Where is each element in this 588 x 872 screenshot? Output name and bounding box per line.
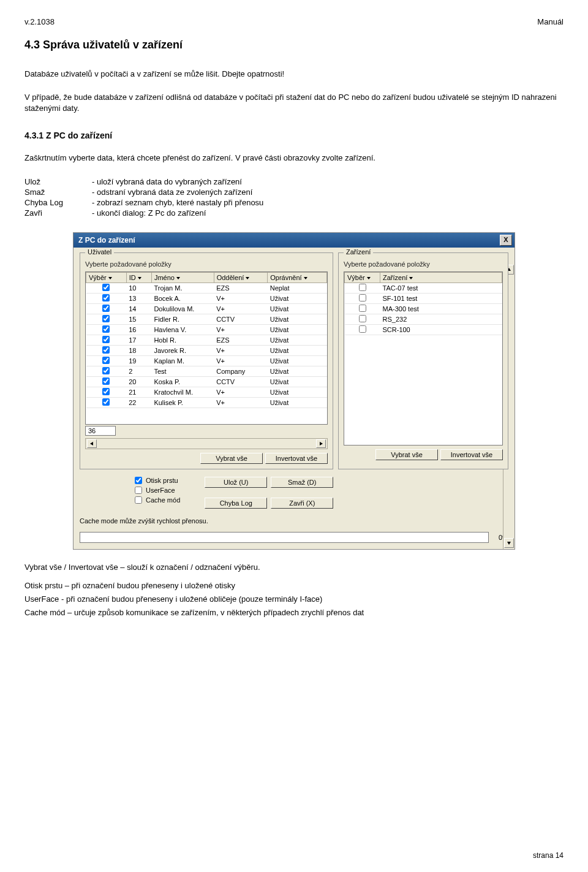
- row-checkbox[interactable]: [359, 305, 366, 312]
- subsection-title: 4.3.1 Z PC do zařízení: [24, 131, 564, 140]
- dropdown-icon[interactable]: [176, 276, 181, 281]
- page-footer: strana 14: [24, 827, 564, 860]
- paragraph-3: Zaškrtnutím vyberte data, která chcete p…: [24, 153, 564, 164]
- user-invert-all-button[interactable]: Invertovat vše: [265, 453, 328, 464]
- device-col-header[interactable]: Výběr: [345, 272, 380, 282]
- cell-dept: CCTV: [214, 314, 268, 324]
- smaz-button[interactable]: Smaž (D): [271, 477, 333, 488]
- dropdown-icon[interactable]: [303, 276, 308, 281]
- cache-mod-checkbox-row[interactable]: Cache mód: [135, 496, 180, 504]
- dropdown-icon[interactable]: [409, 276, 413, 281]
- row-checkbox[interactable]: [102, 346, 110, 354]
- cell-name: Kulisek P.: [151, 397, 214, 408]
- row-checkbox[interactable]: [102, 284, 110, 291]
- table-row[interactable]: 17Hobl R.EZSUživat: [86, 335, 327, 345]
- table-row[interactable]: TAC-07 test: [345, 282, 502, 293]
- paragraph-2: V případě, že bude databáze v zařízení o…: [24, 92, 564, 114]
- table-row[interactable]: 2TestCompanyUživat: [86, 366, 327, 376]
- dropdown-icon[interactable]: [108, 276, 113, 281]
- row-checkbox[interactable]: [102, 398, 110, 406]
- otisk-prstu-checkbox[interactable]: [135, 477, 142, 484]
- table-row[interactable]: 21Kratochvil M.V+Uživat: [86, 387, 327, 397]
- cell-name: Test: [151, 366, 214, 376]
- table-row[interactable]: 14Dokulilova M.V+Uživat: [86, 303, 327, 314]
- user-col-header[interactable]: Jméno: [151, 272, 214, 282]
- cache-mod-checkbox[interactable]: [135, 496, 142, 504]
- cell-id: 17: [126, 335, 151, 345]
- dropdown-icon[interactable]: [366, 276, 371, 281]
- cell-dept: V+: [214, 303, 268, 314]
- user-col-header[interactable]: Oddělení: [214, 272, 268, 282]
- table-row[interactable]: 19Kaplan M.V+Uživat: [86, 355, 327, 366]
- cell-dept: CCTV: [214, 376, 268, 387]
- table-row[interactable]: 15Fidler R.CCTVUživat: [86, 314, 327, 324]
- table-row[interactable]: SF-101 test: [345, 293, 502, 303]
- device-table: VýběrZařízeníTAC-07 testSF-101 testMA-30…: [344, 272, 502, 335]
- cell-name: Kratochvil M.: [151, 387, 214, 397]
- table-row[interactable]: 22Kulisek P.V+Uživat: [86, 397, 327, 408]
- table-row[interactable]: 18Javorek R.V+Uživat: [86, 345, 327, 355]
- cache-mod-label: Cache mód: [146, 496, 180, 504]
- cell-perm: Uživat: [268, 303, 327, 314]
- after-para-4: Cache mód – určuje způsob komunikace se …: [24, 607, 564, 618]
- table-row[interactable]: 20Koska P.CCTVUživat: [86, 376, 327, 387]
- uloz-button[interactable]: Ulož (U): [205, 477, 267, 488]
- zavri-button[interactable]: Zavři (X): [271, 498, 333, 509]
- row-checkbox[interactable]: [102, 388, 110, 395]
- dialog-window: Z PC do zařízení X Uživatel Vyberte poža…: [73, 232, 515, 550]
- progress-bar: [80, 532, 489, 543]
- cell-device: TAC-07 test: [380, 282, 502, 293]
- row-checkbox[interactable]: [102, 377, 110, 385]
- table-row[interactable]: 13Bocek A.V+Uživat: [86, 293, 327, 303]
- row-checkbox[interactable]: [102, 294, 110, 301]
- user-col-header[interactable]: Oprávnění: [268, 272, 327, 282]
- row-checkbox[interactable]: [102, 357, 110, 364]
- cell-dept: Company: [214, 366, 268, 376]
- user-table: VýběrIDJménoOdděleníOprávnění10Trojan M.…: [86, 272, 327, 408]
- cell-id: 13: [126, 293, 151, 303]
- row-checkbox[interactable]: [102, 315, 110, 322]
- cell-name: Hobl R.: [151, 335, 214, 345]
- cell-id: 21: [126, 387, 151, 397]
- scroll-down-icon[interactable]: [504, 538, 514, 548]
- close-button[interactable]: X: [500, 235, 512, 246]
- device-hint: Vyberte požadované položky: [344, 260, 503, 268]
- row-checkbox[interactable]: [102, 325, 110, 333]
- row-checkbox[interactable]: [359, 284, 366, 291]
- scroll-right-icon[interactable]: [316, 439, 326, 448]
- device-select-all-button[interactable]: Vybrat vše: [375, 449, 438, 460]
- cell-perm: Uživat: [268, 376, 327, 387]
- chyba-log-button[interactable]: Chyba Log: [205, 498, 267, 509]
- dropdown-icon[interactable]: [245, 276, 250, 281]
- user-horizontal-scrollbar[interactable]: [85, 438, 328, 449]
- device-invert-all-button[interactable]: Invertovat vše: [440, 449, 503, 460]
- scroll-left-icon[interactable]: [87, 439, 97, 448]
- cell-name: Javorek R.: [151, 345, 214, 355]
- otisk-prstu-checkbox-row[interactable]: Otisk prstu: [135, 477, 180, 484]
- cell-perm: Uživat: [268, 366, 327, 376]
- table-row[interactable]: 10Trojan M.EZSNeplat: [86, 282, 327, 293]
- row-checkbox[interactable]: [359, 325, 366, 333]
- table-row[interactable]: 16Havlena V.V+Uživat: [86, 324, 327, 335]
- user-col-header[interactable]: ID: [126, 272, 151, 282]
- row-checkbox[interactable]: [359, 294, 366, 301]
- table-row[interactable]: RS_232: [345, 314, 502, 324]
- row-checkbox[interactable]: [102, 305, 110, 312]
- cell-perm: Uživat: [268, 293, 327, 303]
- device-col-header[interactable]: Zařízení: [380, 272, 502, 282]
- row-checkbox[interactable]: [102, 336, 110, 343]
- user-col-header[interactable]: Výběr: [86, 272, 127, 282]
- userface-checkbox[interactable]: [135, 487, 142, 494]
- userface-checkbox-row[interactable]: UserFace: [135, 487, 180, 494]
- cell-perm: Uživat: [268, 345, 327, 355]
- version-text: v.2.1038: [24, 17, 55, 26]
- row-checkbox[interactable]: [102, 367, 110, 374]
- table-row[interactable]: SCR-100: [345, 324, 502, 335]
- user-select-all-button[interactable]: Vybrat vše: [200, 453, 263, 464]
- dropdown-icon[interactable]: [137, 276, 142, 281]
- svg-marker-3: [138, 277, 141, 279]
- table-row[interactable]: MA-300 test: [345, 303, 502, 314]
- otisk-prstu-label: Otisk prstu: [146, 477, 178, 484]
- device-group: Zařízení Vyberte požadované položky Výbě…: [338, 252, 508, 469]
- row-checkbox[interactable]: [359, 315, 366, 322]
